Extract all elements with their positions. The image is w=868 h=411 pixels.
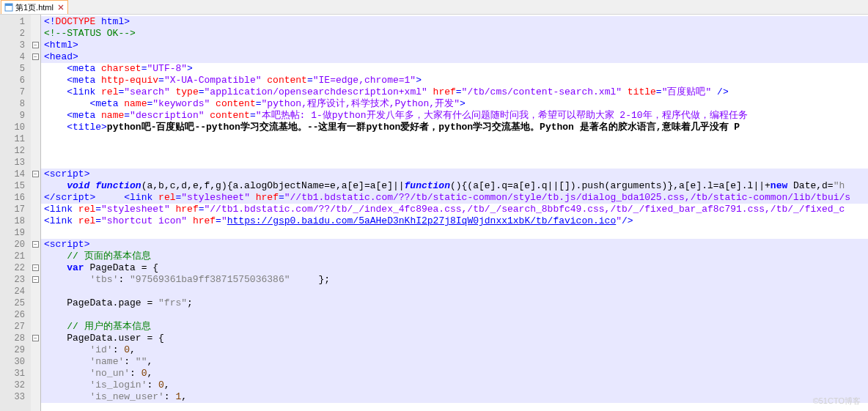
code-line — [41, 227, 868, 239]
line-number: 26 — [0, 309, 31, 321]
code-line: </script> <link rel="stylesheet" href="/… — [41, 192, 868, 204]
code-line: <!--STATUS OK--> — [41, 28, 868, 40]
line-number: 16 — [0, 192, 31, 204]
line-number: 15 — [0, 180, 31, 192]
line-number: 28 — [0, 333, 31, 344]
code-line: <link rel="shortcut icon" href="https://… — [41, 215, 868, 227]
tab-bar: 第1页.html — [0, 0, 868, 15]
line-number: 13 — [0, 157, 31, 169]
code-line: <meta http-equiv="X-UA-Compatible" conte… — [41, 75, 868, 86]
line-number: 14 — [0, 169, 31, 180]
line-number: 31 — [0, 368, 31, 379]
svg-rect-1 — [5, 4, 12, 6]
code-line — [41, 286, 868, 297]
code-line: <title>python吧-百度贴吧--python学习交流基地。--这里有一… — [41, 122, 868, 133]
line-number: 7 — [0, 86, 31, 98]
code-area[interactable]: <!DOCTYPE html><!--STATUS OK--><html><he… — [41, 15, 868, 411]
line-number: 29 — [0, 344, 31, 356]
line-number: 19 — [0, 227, 31, 239]
code-line: 'no_un': 0, — [41, 368, 868, 379]
fold-toggle[interactable]: − — [32, 264, 39, 271]
line-number: 9 — [0, 110, 31, 122]
line-number: 32 — [0, 379, 31, 391]
code-line: <html> — [41, 40, 868, 51]
line-number: 21 — [0, 251, 31, 262]
code-line — [41, 157, 868, 169]
code-line: <link rel="search" type="application/ope… — [41, 86, 868, 98]
code-line: 'is_login': 0, — [41, 379, 868, 391]
code-line: 'tbs': "97569361ba9ff3871575036386" }; — [41, 274, 868, 286]
line-number: 1 — [0, 16, 31, 28]
line-number: 4 — [0, 51, 31, 63]
code-line: <script> — [41, 239, 868, 251]
file-tab[interactable]: 第1页.html — [1, 0, 68, 14]
line-gutter: 1234567891011121314151617181920212223242… — [0, 15, 31, 411]
code-line: <link rel="stylesheet" href="//tb1.bdsta… — [41, 204, 868, 215]
line-number: 20 — [0, 239, 31, 251]
line-number: 18 — [0, 215, 31, 227]
code-line: PageData.page = "frs"; — [41, 297, 868, 309]
line-number: 23 — [0, 274, 31, 286]
fold-toggle[interactable]: − — [32, 171, 39, 177]
code-line: <script> — [41, 169, 868, 180]
line-number: 8 — [0, 98, 31, 110]
line-number: 25 — [0, 297, 31, 309]
code-line: // 用户的基本信息 — [41, 321, 868, 333]
line-number: 10 — [0, 122, 31, 133]
code-line — [41, 133, 868, 145]
line-number: 27 — [0, 321, 31, 333]
code-line: 'name': "", — [41, 356, 868, 368]
code-line: 'id': 0, — [41, 344, 868, 356]
line-number: 3 — [0, 40, 31, 51]
code-line: void function(a,b,c,d,e,f,g){a.alogObjec… — [41, 180, 868, 192]
line-number: 24 — [0, 286, 31, 297]
code-line: // 页面的基本信息 — [41, 251, 868, 262]
line-number: 12 — [0, 145, 31, 157]
fold-toggle[interactable]: − — [32, 276, 39, 283]
code-line: <meta name="keywords" content="python,程序… — [41, 98, 868, 110]
code-line: <meta name="description" content="本吧热帖: … — [41, 110, 868, 122]
line-number: 6 — [0, 75, 31, 86]
tab-label: 第1页.html — [15, 2, 54, 13]
line-number: 2 — [0, 28, 31, 40]
line-number: 33 — [0, 391, 31, 403]
code-line: <meta charset="UTF-8"> — [41, 63, 868, 75]
file-icon — [4, 3, 13, 12]
code-line: var PageData = { — [41, 262, 868, 274]
close-icon[interactable] — [57, 4, 65, 11]
code-editor: 1234567891011121314151617181920212223242… — [0, 15, 868, 411]
fold-gutter: −−−−−−− — [31, 15, 41, 411]
code-line: <!DOCTYPE html> — [41, 16, 868, 28]
fold-toggle[interactable]: − — [32, 42, 39, 48]
code-line — [41, 145, 868, 157]
code-line: 'is_new_user': 1, — [41, 391, 868, 403]
code-line: <head> — [41, 51, 868, 63]
line-number: 30 — [0, 356, 31, 368]
code-line — [41, 309, 868, 321]
line-number: 17 — [0, 204, 31, 215]
fold-toggle[interactable]: − — [32, 53, 39, 60]
code-line: PageData.user = { — [41, 333, 868, 344]
line-number: 5 — [0, 63, 31, 75]
fold-toggle[interactable]: − — [32, 241, 39, 248]
fold-toggle[interactable]: − — [32, 335, 39, 341]
line-number: 22 — [0, 262, 31, 274]
watermark: ©51CTO博客 — [813, 396, 861, 407]
line-number: 11 — [0, 133, 31, 145]
